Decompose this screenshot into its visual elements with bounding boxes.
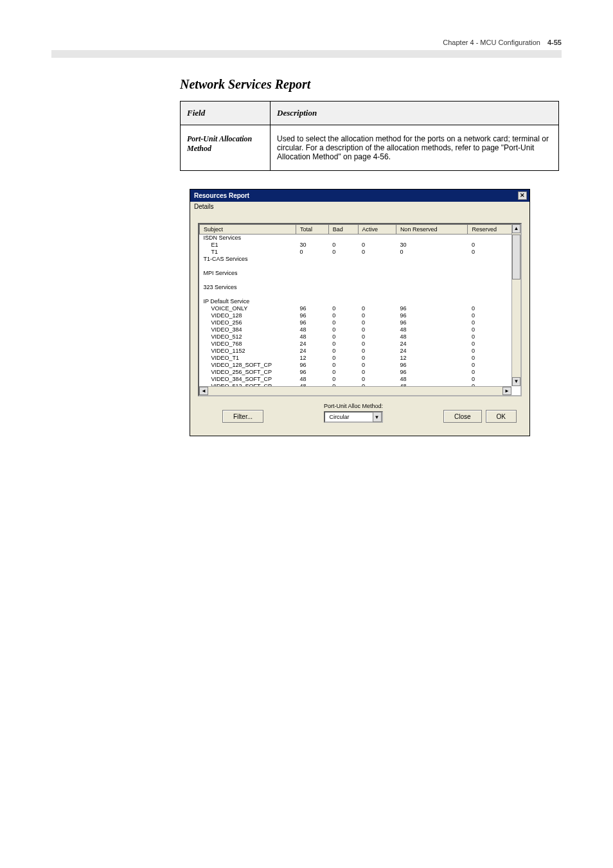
filter-button[interactable]: Filter... <box>222 410 263 423</box>
scroll-left-icon[interactable]: ◄ <box>199 387 208 395</box>
close-icon[interactable]: ✕ <box>518 191 527 200</box>
report-item: VIDEO_384 <box>200 326 296 333</box>
category-row: T1-CAS Services <box>200 256 296 263</box>
report-item: VIDEO_128 <box>200 312 296 319</box>
scroll-thumb[interactable] <box>512 235 520 279</box>
dialog-titlebar: Resources Report ✕ <box>190 190 529 202</box>
page-number: 4-55 <box>547 39 562 46</box>
report-item: VIDEO_1152 <box>200 348 296 355</box>
report-item: VIDEO_256_SOFT_CP <box>200 369 296 376</box>
col-active[interactable]: Active <box>358 225 396 235</box>
col-nonreserved[interactable]: Non Reserved <box>396 225 468 235</box>
port-alloc-label: Port-Unit Alloc Method: <box>324 403 383 409</box>
report-item: E1 <box>200 242 296 249</box>
report-item: T1 <box>200 249 296 256</box>
chapter-title: Chapter 4 - MCU Configuration <box>443 39 540 46</box>
section-title: Network Services Report <box>180 77 562 92</box>
category-row: 323 Services <box>200 284 296 291</box>
vertical-scrollbar[interactable]: ▲ ▼ <box>511 224 520 386</box>
field-desc: Used to select the allocation method for… <box>271 125 559 171</box>
scroll-right-icon[interactable]: ► <box>502 387 511 395</box>
dialog-title: Resources Report <box>194 192 249 199</box>
category-row: ISDN Services <box>200 235 296 242</box>
report-item: VIDEO_128_SOFT_CP <box>200 362 296 369</box>
report-item: VIDEO_512 <box>200 333 296 341</box>
horizontal-scrollbar[interactable]: ◄ ► <box>199 386 511 395</box>
ok-button[interactable]: OK <box>486 410 517 423</box>
report-item: VIDEO_T1 <box>200 355 296 362</box>
report-item: VIDEO_384_SOFT_CP <box>200 376 296 383</box>
col-total[interactable]: Total <box>296 225 329 235</box>
category-row: MPI Services <box>200 270 296 277</box>
chevron-down-icon[interactable]: ▼ <box>373 412 382 422</box>
fields-table: Field Description Port-Unit Allocation M… <box>180 101 559 171</box>
report-item: VOICE_ONLY <box>200 305 296 312</box>
scroll-up-icon[interactable]: ▲ <box>512 224 520 233</box>
fields-col-field: Field <box>181 102 271 125</box>
port-alloc-value: Circular <box>325 414 372 420</box>
resources-report-dialog: Resources Report ✕ Details Subject Total… <box>190 189 530 436</box>
field-name: Port-Unit Allocation Method <box>181 125 271 171</box>
report-listview[interactable]: Subject Total Bad Active Non Reserved Re… <box>198 223 522 396</box>
category-row: IP Default Service <box>200 298 296 305</box>
fields-col-desc: Description <box>271 102 559 125</box>
menu-details[interactable]: Details <box>194 203 214 210</box>
port-alloc-combo[interactable]: Circular ▼ <box>324 411 382 423</box>
report-item: VIDEO_768 <box>200 341 296 348</box>
col-bad[interactable]: Bad <box>328 225 358 235</box>
scroll-down-icon[interactable]: ▼ <box>512 377 520 386</box>
report-item: VIDEO_256 <box>200 319 296 326</box>
close-button[interactable]: Close <box>443 410 482 423</box>
dialog-menubar: Details <box>190 202 529 211</box>
header-rule <box>51 50 562 58</box>
col-subject[interactable]: Subject <box>200 225 296 235</box>
